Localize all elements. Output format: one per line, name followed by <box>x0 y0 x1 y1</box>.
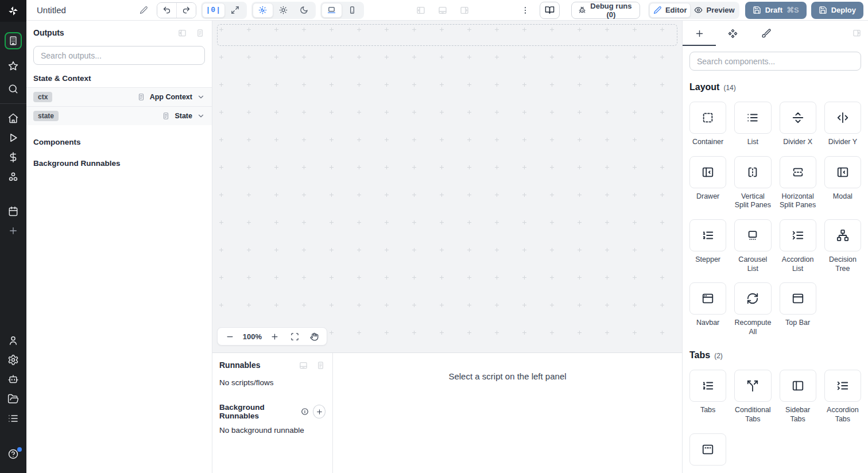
rail-settings-button[interactable] <box>0 350 26 370</box>
rail-folders-button[interactable] <box>0 389 26 409</box>
collapse-outputs-button[interactable] <box>177 28 187 38</box>
script-editor-area: Select a script on the left panel <box>333 353 682 473</box>
tab-component-settings[interactable] <box>716 21 749 46</box>
device-mobile-button[interactable] <box>342 3 363 18</box>
component-card-recompute-all[interactable]: Recompute All <box>734 282 771 336</box>
modal-icon <box>824 156 861 188</box>
tab-insert-component[interactable] <box>683 21 716 46</box>
component-card-stepper[interactable]: Stepper <box>689 219 726 273</box>
brush-icon <box>761 29 771 38</box>
draft-save-button[interactable]: Draft ⌘S <box>745 2 807 19</box>
add-background-runnable-button[interactable] <box>313 405 326 418</box>
rail-runs-button[interactable] <box>0 128 26 148</box>
panel-left-close-icon <box>416 6 425 15</box>
chevron-down-icon[interactable] <box>197 112 205 120</box>
component-card-accordion-list[interactable]: Accordion List <box>780 219 816 273</box>
component-grid-tabs: TabsConditional TabsSidebar TabsAccordio… <box>683 362 868 472</box>
component-card-horizontal-split-panes[interactable]: Horizontal Split Panes <box>780 156 816 210</box>
component-card-navbar[interactable]: Navbar <box>689 282 726 336</box>
right-panel-tabs <box>683 21 868 46</box>
editor-tab-button[interactable]: Editor <box>649 3 691 18</box>
runnables-doc-button[interactable] <box>315 360 326 370</box>
drawer-icon <box>689 156 726 188</box>
plus-icon <box>695 29 704 38</box>
rail-apps-button[interactable] <box>0 30 26 52</box>
windmill-logo[interactable] <box>0 0 26 22</box>
canvas-drop-zone[interactable] <box>217 24 677 46</box>
save-icon <box>753 6 761 14</box>
book-open-icon <box>545 5 555 15</box>
toggle-bottom-panel-button[interactable] <box>435 3 450 18</box>
component-card-panel-top-dashed[interactable] <box>689 433 726 470</box>
canvas-zoom-bar: 100% <box>217 327 327 346</box>
fit-screen-button[interactable] <box>288 329 301 343</box>
debug-runs-button[interactable]: Debug runs (0) <box>571 2 640 19</box>
component-card-tabs[interactable]: Tabs <box>689 370 726 424</box>
rail-variables-button[interactable] <box>0 148 26 167</box>
component-card-carousel-list[interactable]: Carousel List <box>734 219 771 273</box>
component-card-list[interactable]: List <box>734 102 771 147</box>
maximize-icon <box>231 6 239 14</box>
section-header-layout: Layout(14) <box>683 71 868 94</box>
outputs-doc-button[interactable] <box>195 28 205 38</box>
rail-resources-button[interactable] <box>0 167 26 187</box>
fit-view-button[interactable] <box>225 3 246 18</box>
component-card-container[interactable]: Container <box>689 102 726 147</box>
zoom-reset-button[interactable]: |0| <box>202 3 225 18</box>
rail-favorites-button[interactable] <box>0 56 26 76</box>
container-icon <box>689 102 726 134</box>
deploy-button[interactable]: Deploy <box>811 2 863 19</box>
rail-help-button[interactable] <box>0 444 26 464</box>
theme-auto-button[interactable] <box>253 3 273 18</box>
component-card-divider-y[interactable]: Divider Y <box>824 102 861 147</box>
toggle-left-panel-button[interactable] <box>413 3 428 18</box>
rail-home-button[interactable] <box>0 108 26 128</box>
zoom-level: 100% <box>243 332 262 341</box>
documentation-button[interactable] <box>540 2 560 19</box>
pan-tool-button[interactable] <box>308 329 321 343</box>
rename-pencil-button[interactable] <box>138 3 150 18</box>
toggle-right-panel-button[interactable] <box>457 3 472 18</box>
more-menu-button[interactable] <box>519 3 532 18</box>
theme-light-button[interactable] <box>273 3 294 18</box>
theme-dark-button[interactable] <box>294 3 315 18</box>
collapse-runnables-button[interactable] <box>298 360 308 370</box>
section-header-tabs: Tabs(2) <box>683 339 868 362</box>
runnables-title: Runnables <box>219 360 261 370</box>
panel-bottom-close-icon <box>299 361 308 370</box>
component-card-conditional-tabs[interactable]: Conditional Tabs <box>734 370 771 424</box>
redo-button[interactable] <box>176 3 195 18</box>
rail-user-button[interactable] <box>0 331 26 350</box>
component-card-decision-tree[interactable]: Decision Tree <box>824 219 861 273</box>
component-card-vertical-split-panes[interactable]: Vertical Split Panes <box>734 156 771 210</box>
zoom-in-button[interactable] <box>268 329 282 343</box>
calendar-icon <box>7 206 19 217</box>
split-icon <box>734 370 771 402</box>
zoom-out-button[interactable] <box>223 329 237 343</box>
save-icon <box>819 6 827 14</box>
device-desktop-button[interactable] <box>321 3 342 18</box>
search-outputs-input[interactable] <box>33 46 205 65</box>
rail-add-button[interactable] <box>0 221 26 241</box>
collapse-right-panel-button[interactable] <box>852 29 861 37</box>
component-card-divider-x[interactable]: Divider X <box>780 102 816 147</box>
plus-icon <box>8 226 18 236</box>
rail-workers-button[interactable] <box>0 370 26 389</box>
state-row[interactable]: state State <box>26 106 212 125</box>
sun-icon <box>279 6 288 14</box>
rail-schedules-button[interactable] <box>0 201 26 221</box>
chevron-down-icon[interactable] <box>197 93 205 101</box>
component-card-modal[interactable]: Modal <box>824 156 861 210</box>
rail-search-button[interactable] <box>0 79 26 99</box>
app-canvas[interactable]: 100% <box>212 21 682 352</box>
rail-logs-button[interactable] <box>0 409 26 428</box>
search-components-input[interactable] <box>689 52 861 71</box>
component-card-drawer[interactable]: Drawer <box>689 156 726 210</box>
ctx-row[interactable]: ctx App Context <box>26 87 212 106</box>
component-card-top-bar[interactable]: Top Bar <box>780 282 816 336</box>
tab-theme[interactable] <box>749 21 782 46</box>
component-card-sidebar-tabs[interactable]: Sidebar Tabs <box>780 370 816 424</box>
undo-button[interactable] <box>157 3 176 18</box>
component-card-accordion-tabs[interactable]: Accordion Tabs <box>824 370 861 424</box>
preview-tab-button[interactable]: Preview <box>691 3 738 18</box>
